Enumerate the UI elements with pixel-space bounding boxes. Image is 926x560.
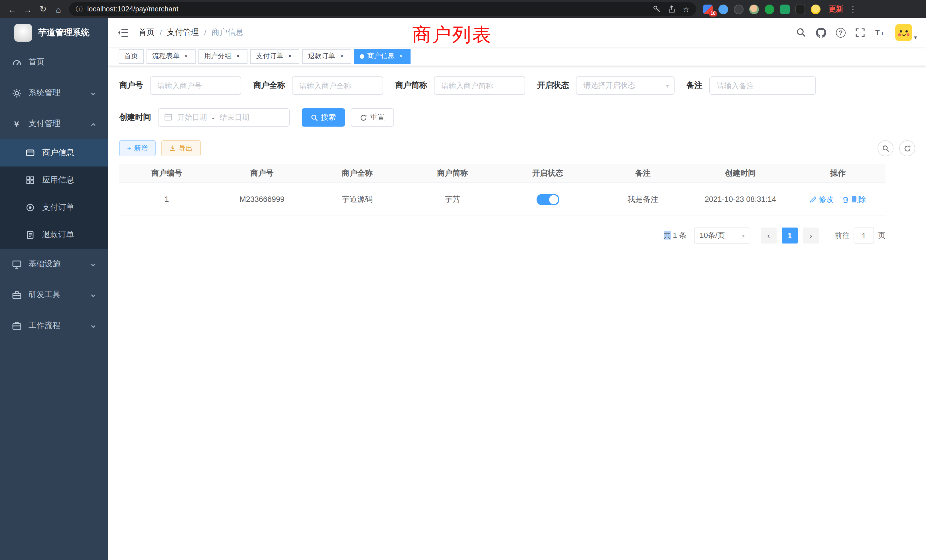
sidebar-item-home[interactable]: 首页 [0, 47, 108, 77]
filter-full-name: 商户全称 [253, 76, 383, 95]
browser-forward-icon[interactable]: → [20, 2, 35, 17]
close-icon[interactable]: × [286, 53, 294, 60]
breadcrumb-item[interactable]: 支付管理 [167, 27, 199, 38]
create-time-daterange[interactable]: 开始日期 - 结束日期 [158, 108, 290, 127]
sidebar-item-app-info[interactable]: 应用信息 [0, 166, 108, 194]
extension-badge: 10 [709, 11, 717, 16]
short-name-input[interactable] [434, 76, 525, 95]
plus-icon: + [127, 144, 131, 152]
url-text: localhost:1024/pay/merchant [87, 5, 179, 13]
add-button[interactable]: + 新增 [119, 140, 156, 156]
prev-page-button[interactable]: ‹ [761, 227, 776, 244]
toolbar-row: + 新增 导出 [119, 140, 926, 156]
sidebar-item-merchant-info[interactable]: 商户信息 [0, 139, 108, 166]
next-page-button[interactable]: › [803, 227, 819, 244]
password-key-icon[interactable] [653, 5, 661, 13]
full-name-input[interactable] [292, 76, 383, 95]
help-icon[interactable]: ? [836, 28, 846, 37]
merchant-no-input[interactable] [150, 76, 241, 95]
user-menu[interactable]: ▾ [895, 24, 917, 41]
close-icon[interactable]: × [183, 53, 190, 60]
page-content: 商户号 商户全称 商户简称 开启状态 请选择开启状态 ▾ [108, 66, 926, 244]
target-icon [25, 203, 35, 213]
browser-address-bar[interactable]: ⓘ localhost:1024/pay/merchant ☆ [69, 2, 696, 16]
toggle-search-icon[interactable] [878, 140, 894, 156]
browser-menu-icon[interactable]: ⋮ [849, 5, 857, 14]
browser-home-icon[interactable]: ⌂ [51, 2, 66, 17]
browser-reload-icon[interactable]: ↻ [35, 2, 51, 17]
extensions-menu-icon[interactable]: 10 [703, 4, 713, 14]
close-icon[interactable]: × [338, 53, 345, 60]
green-note-extension-icon[interactable] [780, 4, 790, 14]
sidebar-item-label: 系统管理 [29, 88, 83, 98]
breadcrumb-item[interactable]: 首页 [139, 27, 154, 38]
filter-short-name: 商户简称 [395, 76, 525, 95]
select-placeholder: 请选择开启状态 [583, 80, 635, 91]
dark-circle-extension-icon[interactable] [734, 4, 743, 14]
sidebar-collapse-icon[interactable] [118, 28, 129, 37]
filter-row-1: 商户号 商户全称 商户简称 开启状态 请选择开启状态 ▾ [119, 76, 926, 95]
sidebar-menu: 首页 系统管理 ¥ 支付管理 商户信息 应用信息 [0, 47, 108, 341]
sidebar-item-workflow[interactable]: 工作流程 [0, 310, 108, 341]
grid-icon [25, 175, 35, 185]
page-number-button[interactable]: 1 [782, 227, 798, 244]
table-row: 1 M233666999 芋道源码 芋艿 我是备注 2021-10-23 08:… [119, 183, 885, 216]
field-label: 开启状态 [537, 80, 569, 91]
pagination-goto: 前往 页 [835, 227, 885, 244]
tampermonkey-extension-icon[interactable] [796, 4, 805, 14]
github-icon[interactable] [816, 27, 826, 38]
page-size-select[interactable]: 10条/页 ▾ [694, 227, 750, 244]
tag-user-group[interactable]: 用户分组 × [198, 49, 247, 64]
green-circle-extension-icon[interactable] [765, 4, 774, 14]
profile-extension-icon[interactable] [749, 4, 759, 14]
main-area: 首页 / 支付管理 / 商户信息 商户列表 ? TT ▾ [108, 18, 926, 560]
search-icon[interactable] [796, 27, 806, 38]
column-header: 商户简称 [405, 164, 500, 183]
share-icon[interactable] [668, 5, 676, 13]
status-select[interactable]: 请选择开启状态 ▾ [576, 76, 675, 95]
sidebar-item-infrastructure[interactable]: 基础设施 [0, 249, 108, 279]
export-button[interactable]: 导出 [161, 140, 201, 156]
search-button[interactable]: 搜索 [302, 108, 345, 127]
svg-text:T: T [875, 29, 880, 36]
tag-refund-order[interactable]: 退款订单 × [302, 49, 351, 64]
remark-input[interactable] [709, 76, 816, 95]
sidebar-item-pay[interactable]: ¥ 支付管理 [0, 108, 108, 139]
chevron-down-icon [90, 89, 97, 96]
browser-back-icon[interactable]: ← [5, 2, 20, 17]
tag-process-form[interactable]: 流程表单 × [147, 49, 195, 64]
table-header-row: 商户编号 商户号 商户全称 商户简称 开启状态 备注 创建时间 操作 [119, 164, 885, 183]
sidebar-item-label: 支付管理 [29, 119, 83, 129]
status-toggle[interactable] [536, 194, 559, 205]
sidebar-item-refund-order[interactable]: 退款订单 [0, 221, 108, 249]
chevron-down-icon: ▾ [666, 82, 669, 89]
pencil-icon [809, 196, 817, 203]
browser-update-button[interactable]: 更新 [829, 4, 843, 14]
page-info-icon[interactable]: ⓘ [76, 4, 83, 14]
close-icon[interactable]: × [398, 53, 405, 60]
app-logo[interactable]: 芋道管理系统 [0, 18, 108, 47]
tag-merchant-info[interactable]: 商户信息 × [354, 49, 410, 64]
tag-pay-order[interactable]: 支付订单 × [250, 49, 300, 64]
filter-create-time: 创建时间 开始日期 - 结束日期 [119, 108, 290, 127]
tag-home[interactable]: 首页 [119, 49, 144, 64]
bookmark-star-icon[interactable]: ☆ [683, 5, 689, 14]
fullscreen-icon[interactable] [855, 27, 865, 38]
sidebar-item-pay-order[interactable]: 支付订单 [0, 194, 108, 221]
tag-label: 首页 [124, 51, 138, 61]
water-drop-extension-icon[interactable] [719, 4, 728, 14]
font-size-icon[interactable]: TT [875, 27, 885, 38]
goto-page-input[interactable] [853, 227, 874, 244]
field-label: 备注 [687, 80, 702, 91]
smiley-extension-icon[interactable] [811, 4, 820, 14]
refresh-icon[interactable] [899, 140, 915, 156]
delete-link[interactable]: 删除 [842, 194, 866, 204]
top-navbar: 首页 / 支付管理 / 商户信息 商户列表 ? TT ▾ [108, 18, 926, 47]
pagination-total: 共 1 条 [663, 230, 687, 241]
field-label: 商户号 [119, 80, 143, 91]
edit-link[interactable]: 修改 [809, 194, 834, 204]
reset-button[interactable]: 重置 [351, 108, 394, 127]
close-icon[interactable]: × [235, 53, 242, 60]
sidebar-item-devtools[interactable]: 研发工具 [0, 279, 108, 310]
sidebar-item-system[interactable]: 系统管理 [0, 77, 108, 108]
